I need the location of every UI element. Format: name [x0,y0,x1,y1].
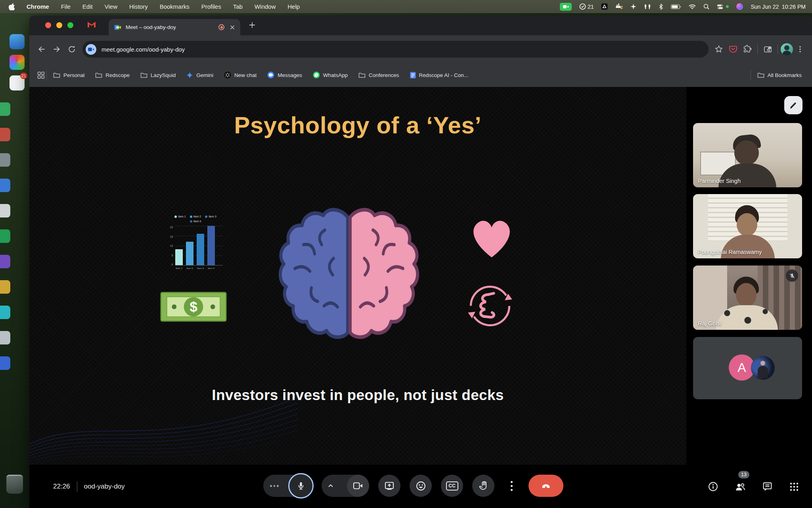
participants-button[interactable]: 13 [735,481,746,492]
control-center-icon[interactable] [717,4,723,10]
dock-app-icon[interactable] [0,102,10,116]
window-zoom-button[interactable] [67,22,73,28]
window-close-button[interactable] [45,22,51,28]
menu-bookmarks[interactable]: Bookmarks [160,3,190,10]
wifi-icon[interactable] [689,4,696,10]
bluetooth-icon[interactable] [659,4,663,10]
bookmark-whatsapp[interactable]: WhatsApp [313,71,348,79]
dock-app-icon[interactable] [0,255,10,268]
bookmark-new-chat[interactable]: New chat [224,71,257,79]
bookmark-folder-lazysquid[interactable]: LazySquid [140,72,176,78]
dock-app-icon[interactable] [0,356,10,370]
apple-menu-icon[interactable] [9,3,15,10]
back-button[interactable] [34,42,49,57]
active-tab[interactable]: Meet – ood-yaby-doy [109,19,240,35]
menu-view[interactable]: View [105,3,117,10]
bookmark-folder-personal[interactable]: Personal [53,72,84,78]
reactions-emoji-button[interactable] [410,475,432,497]
heart-icon [467,215,516,261]
all-bookmarks[interactable]: All Bookmarks [757,72,802,78]
dock-app-icon[interactable] [0,280,10,294]
tab-close-icon[interactable] [230,25,235,30]
menu-history[interactable]: History [129,3,148,10]
participant-tile-overflow[interactable]: A [693,337,802,399]
menu-help[interactable]: Help [287,3,300,10]
window-minimize-button[interactable] [56,22,62,28]
participant-tile[interactable]: Poongothai Ramaswamy [693,194,802,258]
recording-indicator-icon [218,24,224,30]
extensions-puzzle-icon[interactable] [740,42,755,56]
capture-app-icon[interactable] [601,3,608,10]
present-screen-button[interactable] [378,475,400,497]
dock-app-icon[interactable] [0,204,10,217]
sparkle-menu-icon[interactable] [630,4,636,10]
dock-app-icon-badged[interactable]: 21 [10,75,25,90]
menubar-app-name[interactable]: Chrome [27,3,49,10]
annotate-pen-button[interactable] [784,96,802,114]
activities-button[interactable] [789,481,799,492]
menu-window[interactable]: Window [255,3,276,10]
bookmark-label: Redscope AI - Con... [419,72,469,78]
leave-call-button[interactable] [529,475,563,497]
meeting-active-camera-icon[interactable] [560,3,572,11]
new-tab-button[interactable] [248,21,256,29]
dock-app-icon[interactable] [0,153,10,167]
participant-tile[interactable]: Parminder Singh [693,123,802,187]
dock-app-icon[interactable] [0,331,10,344]
menu-profiles[interactable]: Profiles [201,3,221,10]
site-camera-icon[interactable] [86,44,96,55]
siri-icon[interactable] [736,3,743,10]
dock-app-icon[interactable] [10,34,25,49]
bookmark-gemini[interactable]: Gemini [186,72,213,79]
airpods-icon[interactable] [644,4,651,10]
url-text[interactable]: meet.google.com/ood-yaby-doy [102,46,185,53]
apps-grid-icon[interactable] [37,71,45,79]
meeting-details-button[interactable] [708,481,718,492]
bookmark-redscope-ai-doc[interactable]: Redscope AI - Con... [410,72,469,79]
bookmarks-divider [751,70,751,80]
mini-chart-legend: Item 1Item 2Item 3Item 4 [168,215,223,223]
captions-label: CC [446,481,458,491]
chat-button[interactable] [762,481,773,492]
menubar-datetime[interactable]: Sun Jun 22 10:26 PM [751,4,806,10]
participants-count-badge: 13 [738,471,749,478]
bookmark-star-icon[interactable] [712,42,726,56]
menu-tab[interactable]: Tab [233,3,243,10]
tab-strip: Meet – ood-yaby-doy [29,15,812,35]
pinned-tab-gmail[interactable] [87,21,96,28]
participant-tile[interactable]: Raj Gohil [693,266,802,330]
camera-button[interactable] [347,475,369,497]
microphone-button[interactable] [288,473,314,498]
reload-button[interactable] [64,42,79,57]
dock-app-icon[interactable] [0,306,10,319]
pocket-extension-icon[interactable] [726,42,740,56]
docker-icon[interactable]: ! [615,4,623,10]
dock-app-icon[interactable] [10,55,25,70]
dock-app-icon[interactable] [0,179,10,192]
mic-button-group [263,475,312,497]
profile-avatar[interactable] [781,43,793,56]
mini-chart-yaxis: 20151050 [168,226,173,266]
menu-file[interactable]: File [61,3,71,10]
more-options-button[interactable] [504,475,519,497]
chrome-menu-kebab-icon[interactable] [793,42,807,56]
bookmark-folder-conferences[interactable]: Conferences [358,72,399,78]
tab-search-icon[interactable] [760,42,775,56]
captions-button[interactable]: CC [441,475,463,497]
bookmark-label: New chat [234,72,257,78]
camera-options-chevron-icon[interactable] [327,482,335,490]
screen-time-icon[interactable]: 21 [579,3,594,10]
mic-options-icon[interactable] [270,485,279,487]
dock-app-icon[interactable] [0,229,10,243]
battery-icon[interactable] [671,4,681,9]
bookmark-messages[interactable]: Messages [267,71,302,79]
svg-text:!: ! [621,8,622,9]
address-bar[interactable]: meet.google.com/ood-yaby-doy [82,41,709,58]
menu-edit[interactable]: Edit [82,3,93,10]
dock-app-icon[interactable] [0,128,10,141]
forward-button[interactable] [49,42,64,57]
bookmark-folder-redscope[interactable]: Redscope [95,72,130,78]
raise-hand-button[interactable] [472,475,494,497]
spotlight-search-icon[interactable] [703,4,709,10]
trash-icon[interactable] [6,475,23,494]
